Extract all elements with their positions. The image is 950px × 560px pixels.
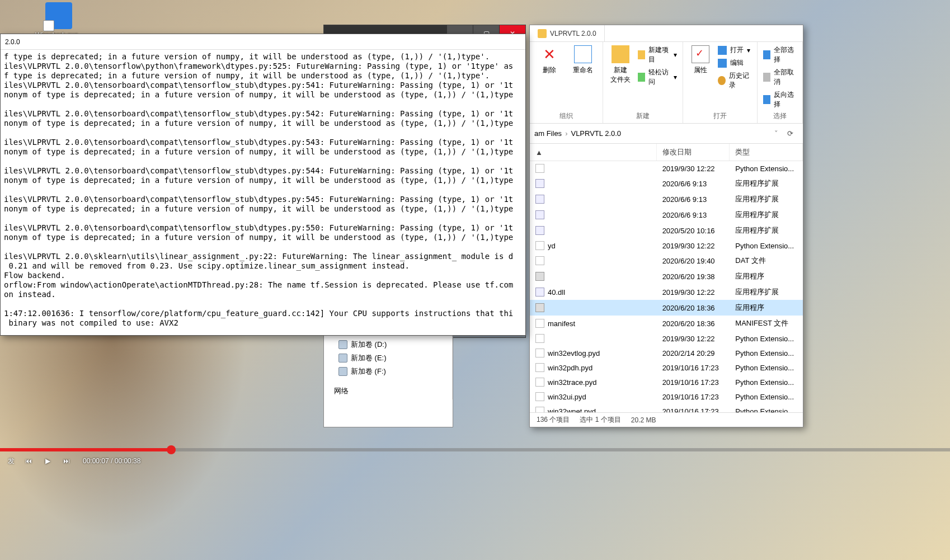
wireshark-icon xyxy=(45,2,72,29)
column-type[interactable]: 类型 xyxy=(730,144,803,161)
file-row[interactable]: win32ui.pyd2019/10/16 17:23Python Extens… xyxy=(530,389,803,404)
new-item-icon xyxy=(638,50,645,59)
file-row[interactable]: manifest2020/6/20 18:36MANIFEST 文件 xyxy=(530,316,803,331)
console-output[interactable]: f type is deprecated; in a future versio… xyxy=(1,50,525,335)
explorer-titlebar[interactable]: VLPRVTL 2.0.0 xyxy=(530,25,803,42)
ribbon-group-org: 组织 xyxy=(535,109,597,121)
nav-drive[interactable]: 新加卷 (D:) xyxy=(324,338,452,351)
file-icon xyxy=(535,226,544,235)
invert-selection-button[interactable]: 反向选择 xyxy=(763,90,797,109)
file-type: DAT 文件 xyxy=(730,254,803,267)
file-date: 2020/6/20 19:40 xyxy=(657,255,730,267)
column-name[interactable]: ▲ xyxy=(530,144,657,161)
file-row[interactable]: 2020/6/20 19:40DAT 文件 xyxy=(530,253,803,269)
file-icon xyxy=(535,319,544,328)
file-type: Python Extensio... xyxy=(730,377,803,388)
file-row[interactable]: win32trace.pyd2019/10/16 17:23Python Ext… xyxy=(530,375,803,389)
file-icon xyxy=(535,363,544,372)
status-count: 136 个项目 xyxy=(537,415,570,425)
file-icon xyxy=(535,272,544,281)
file-name: manifest xyxy=(548,319,575,328)
refresh-button[interactable]: ⟳ xyxy=(782,129,798,138)
nav-drive[interactable]: 新加卷 (E:) xyxy=(324,351,452,365)
file-date: 2020/6/20 18:36 xyxy=(657,318,730,330)
properties-icon xyxy=(692,45,709,63)
file-row[interactable]: 2020/6/6 9:13应用程序扩展 xyxy=(530,207,803,223)
explorer-window: VLPRVTL 2.0.0 ✕ 删除 重命名 组织 新建 文件夹 xyxy=(529,25,803,427)
file-icon xyxy=(535,378,544,387)
edit-button[interactable]: 编辑 xyxy=(718,58,751,68)
file-row[interactable]: 2020/6/6 9:13应用程序扩展 xyxy=(530,191,803,207)
next-button[interactable]: ⏭ xyxy=(62,456,72,466)
file-row[interactable]: 2020/6/20 19:38应用程序 xyxy=(530,269,803,284)
file-icon xyxy=(535,195,544,204)
nav-network[interactable]: 网络 xyxy=(324,383,452,397)
console-titlebar[interactable]: 2.0.0 xyxy=(1,34,525,50)
file-name: win32wnet.pyd xyxy=(548,407,596,413)
ribbon-group-open: 打开 xyxy=(689,109,751,121)
rename-button[interactable]: 重命名 xyxy=(569,45,597,75)
status-selected: 选中 1 个项目 xyxy=(580,415,620,425)
file-type: Python Extensio... xyxy=(730,362,803,374)
file-row[interactable]: 2019/9/30 12:22Python Extensio... xyxy=(530,161,803,176)
seek-thumb[interactable] xyxy=(167,445,176,454)
open-button[interactable]: 打开 ▾ xyxy=(718,45,751,55)
history-button[interactable]: 历史记录 xyxy=(718,71,751,90)
history-icon xyxy=(718,76,725,85)
file-type: Python Extensio... xyxy=(730,163,803,175)
properties-button[interactable]: 属性 xyxy=(689,45,712,90)
invert-icon xyxy=(763,95,771,104)
file-date: 2019/9/30 12:22 xyxy=(657,240,730,252)
file-icon xyxy=(535,334,544,343)
breadcrumb-bar[interactable]: am Files › VLPRVTL 2.0.0 ˅ ⟳ xyxy=(530,124,803,144)
file-type: Python Extensio... xyxy=(730,240,803,252)
file-name: win32evtlog.pyd xyxy=(548,349,600,357)
video-player: 发 ⏮ ▶ ⏭ 00:00:07 / 00:00:38 xyxy=(0,448,950,482)
file-row[interactable]: yd2019/9/30 12:22Python Extensio... xyxy=(530,238,803,253)
file-row[interactable]: 2019/9/30 12:22Python Extensio... xyxy=(530,331,803,346)
file-list: ▲ 修改日期 类型 2019/9/30 12:22Python Extensio… xyxy=(530,144,803,412)
file-row[interactable]: 2020/6/6 9:13应用程序扩展 xyxy=(530,176,803,191)
new-folder-icon xyxy=(612,45,629,63)
file-row[interactable]: 2020/6/20 18:36应用程序 xyxy=(530,300,803,316)
ribbon-group-select: 选择 xyxy=(763,109,797,121)
file-type: 应用程序扩展 xyxy=(730,192,803,206)
file-list-header[interactable]: ▲ 修改日期 类型 xyxy=(530,144,803,161)
seek-bar[interactable] xyxy=(0,448,950,451)
console-window: 2.0.0 f type is deprecated; in a future … xyxy=(0,34,526,336)
easy-access-button[interactable]: 轻松访问 ▾ xyxy=(638,68,677,87)
file-type: Python Extensio... xyxy=(730,391,803,403)
new-item-button[interactable]: 新建项目 ▾ xyxy=(638,45,677,64)
easy-access-icon xyxy=(638,73,645,82)
file-type: 应用程序 xyxy=(730,270,803,283)
new-folder-button[interactable]: 新建 文件夹 xyxy=(609,45,632,87)
file-row[interactable]: 2020/5/20 10:16应用程序扩展 xyxy=(530,223,803,238)
play-button[interactable]: ▶ xyxy=(43,456,53,466)
file-row[interactable]: win32pdh.pyd2019/10/16 17:23Python Exten… xyxy=(530,360,803,375)
breadcrumb-dropdown[interactable]: ˅ xyxy=(774,129,778,138)
select-none-button[interactable]: 全部取消 xyxy=(763,68,797,87)
file-row[interactable]: 40.dll2019/9/30 12:22应用程序扩展 xyxy=(530,284,803,300)
file-row[interactable]: win32evtlog.pyd2020/2/14 20:29Python Ext… xyxy=(530,346,803,360)
seek-label: 发 xyxy=(8,457,15,466)
breadcrumb-seg[interactable]: am Files xyxy=(534,129,562,138)
file-name: 40.dll xyxy=(548,288,565,297)
file-icon xyxy=(535,179,544,188)
delete-button[interactable]: ✕ 删除 xyxy=(535,45,563,75)
select-all-button[interactable]: 全部选择 xyxy=(763,45,797,64)
delete-icon: ✕ xyxy=(540,45,558,63)
column-date[interactable]: 修改日期 xyxy=(657,144,730,161)
file-icon xyxy=(535,392,544,401)
file-type: 应用程序扩展 xyxy=(730,177,803,190)
file-type: Python Extensio... xyxy=(730,333,803,345)
prev-button[interactable]: ⏮ xyxy=(23,456,34,466)
folder-icon xyxy=(538,29,547,38)
file-type: 应用程序扩展 xyxy=(730,224,803,237)
file-row[interactable]: win32wnet.pyd2019/10/16 17:23Python Exte… xyxy=(530,404,803,412)
explorer-tab[interactable]: VLPRVTL 2.0.0 xyxy=(530,25,605,41)
breadcrumb-seg[interactable]: VLPRVTL 2.0.0 xyxy=(571,129,621,138)
file-type: 应用程序扩展 xyxy=(730,285,803,299)
file-date: 2020/6/6 9:13 xyxy=(657,209,730,221)
tab-title: VLPRVTL 2.0.0 xyxy=(550,30,596,37)
nav-drive[interactable]: 新加卷 (F:) xyxy=(324,365,452,378)
